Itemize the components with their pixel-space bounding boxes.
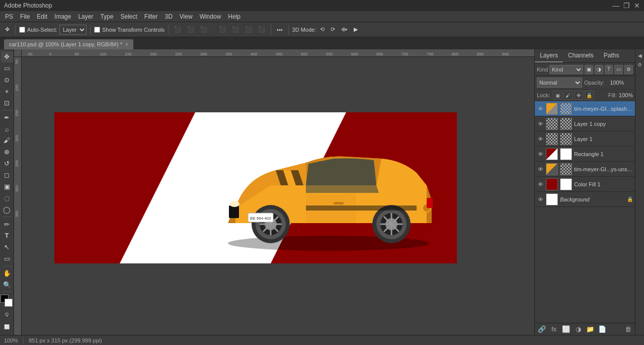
text-tool[interactable]: T xyxy=(1,230,13,241)
lock-transparent-btn[interactable]: ▣ xyxy=(553,91,562,100)
opacity-value[interactable]: 100% xyxy=(606,80,624,86)
menu-item-layer[interactable]: Layer xyxy=(75,12,96,21)
screen-mode-btn[interactable]: ⬜ xyxy=(1,321,13,333)
align-center-h-btn[interactable]: ⬛ xyxy=(185,25,196,34)
layer-visibility-4[interactable]: 👁 xyxy=(537,166,544,173)
layer-filter-shape[interactable]: ▭ xyxy=(614,65,623,74)
menu-item-ps[interactable]: PS xyxy=(2,12,16,21)
layer-filter-type[interactable]: T xyxy=(605,65,613,74)
menu-item-type[interactable]: Type xyxy=(97,12,116,21)
lock-position-btn[interactable]: ✥ xyxy=(574,91,583,100)
side-option-btn[interactable]: ⚙ xyxy=(636,60,644,68)
minimize-btn[interactable]: — xyxy=(612,2,619,10)
tab-paths[interactable]: Paths xyxy=(599,49,624,62)
new-group-btn[interactable]: 📁 xyxy=(585,325,595,334)
selection-tool[interactable]: ▭ xyxy=(1,63,13,74)
more-options-btn[interactable]: ••• xyxy=(275,26,285,34)
link-layers-btn[interactable]: 🔗 xyxy=(537,325,547,334)
layer-filter-pixel[interactable]: ▣ xyxy=(585,65,593,74)
show-transform-checkbox[interactable] xyxy=(94,27,100,33)
layer-visibility-3[interactable]: 👁 xyxy=(537,151,544,158)
layer-fx-btn[interactable]: fx xyxy=(549,325,559,334)
move-tool[interactable]: ✥ xyxy=(1,51,13,62)
clone-tool[interactable]: ⊕ xyxy=(1,147,13,158)
layer-visibility-6[interactable]: 👁 xyxy=(537,196,544,203)
3d-scale-btn[interactable]: ⟴ xyxy=(339,25,350,34)
layer-row[interactable]: 👁 tim-meyer-GI...splash copy xyxy=(535,101,635,116)
close-btn[interactable]: ✕ xyxy=(634,2,640,10)
delete-layer-btn[interactable]: 🗑 xyxy=(623,325,633,334)
eyedropper-tool[interactable]: ✒ xyxy=(1,112,13,123)
menu-item-3d[interactable]: 3D xyxy=(162,12,175,21)
distribute-btn[interactable]: ⬛ xyxy=(256,25,267,34)
layer-mask-btn[interactable]: ⬜ xyxy=(561,325,571,334)
layer-visibility-0[interactable]: 👁 xyxy=(537,105,544,112)
layer-row[interactable]: 👁 Color Fill 1 xyxy=(535,177,635,192)
layer-row[interactable]: 👁 Layer 1 xyxy=(535,131,635,147)
hand-tool[interactable]: ✋ xyxy=(1,267,13,279)
shape-tool[interactable]: ▭ xyxy=(1,253,13,264)
fill-value[interactable]: 100% xyxy=(619,92,633,98)
align-top-btn[interactable]: ⬛ xyxy=(217,25,228,34)
menu-item-view[interactable]: View xyxy=(177,12,196,21)
align-middle-btn[interactable]: ⬛ xyxy=(230,25,241,34)
layer-row[interactable]: 👁 Rectangle 1 xyxy=(535,147,635,162)
path-selection-tool[interactable]: ↖ xyxy=(1,242,13,253)
ruler-tick: 550 xyxy=(326,52,333,56)
new-layer-btn[interactable]: 📄 xyxy=(597,325,607,334)
tab-channels[interactable]: Channels xyxy=(563,49,599,62)
3d-move-btn[interactable]: ⟳ xyxy=(329,25,337,34)
pen-tool[interactable]: ✏ xyxy=(1,219,13,230)
3d-video-btn[interactable]: ▶ xyxy=(352,25,360,34)
align-right-btn[interactable]: ⬛ xyxy=(198,25,209,34)
dodge-tool[interactable]: ◯ xyxy=(1,204,13,215)
lock-image-btn[interactable]: 🖌 xyxy=(564,91,573,100)
auto-select-checkbox[interactable] xyxy=(19,27,25,33)
layer-name-5: Color Fill 1 xyxy=(574,181,633,187)
history-brush-tool[interactable]: ↺ xyxy=(1,158,13,169)
collapse-panel-btn[interactable]: ◀ xyxy=(636,51,644,59)
lock-all-btn[interactable]: 🔒 xyxy=(585,91,594,100)
menu-item-edit[interactable]: Edit xyxy=(34,12,50,21)
layer-select[interactable]: Layer xyxy=(59,25,87,35)
crop-tool[interactable]: ⊡ xyxy=(1,98,13,109)
layer-visibility-2[interactable]: 👁 xyxy=(537,135,544,143)
blend-mode-select[interactable]: Normal xyxy=(537,78,582,88)
layer-filter-smart[interactable]: ⚙ xyxy=(624,65,633,74)
quick-mask-btn[interactable]: Q xyxy=(1,308,13,320)
layer-visibility-1[interactable]: 👁 xyxy=(537,120,544,127)
menu-item-help[interactable]: Help xyxy=(225,12,244,21)
background-color[interactable] xyxy=(5,299,13,307)
eraser-tool[interactable]: ◻ xyxy=(1,170,13,181)
lasso-tool[interactable]: ⊙ xyxy=(1,75,13,86)
3d-rotate-btn[interactable]: ⟲ xyxy=(318,25,327,34)
menu-item-window[interactable]: Window xyxy=(197,12,224,21)
maximize-btn[interactable]: ❐ xyxy=(623,2,630,10)
menu-item-image[interactable]: Image xyxy=(51,12,74,21)
tab-layers[interactable]: Layers xyxy=(535,49,563,62)
move-tool-option[interactable]: ✥ xyxy=(3,25,12,34)
zoom-tool[interactable]: 🔍 xyxy=(1,279,13,290)
align-bottom-btn[interactable]: ⬛ xyxy=(243,25,254,34)
adjustment-layer-btn[interactable]: ◑ xyxy=(573,325,583,334)
color-swatches[interactable] xyxy=(1,295,14,307)
kind-select[interactable]: Kind xyxy=(549,65,583,74)
gradient-tool[interactable]: ▣ xyxy=(1,181,13,192)
statusbar: 100% 851 px x 315 px (299.999 ppi) xyxy=(0,335,644,345)
layer-row[interactable]: 👁 Layer 1 copy xyxy=(535,116,635,131)
menu-item-filter[interactable]: Filter xyxy=(141,12,161,21)
layer-filter-adj[interactable]: ◑ xyxy=(595,65,603,74)
canvas-area[interactable]: -50 0 50 100 150 200 250 300 350 400 450… xyxy=(14,49,534,335)
quick-select-tool[interactable]: ⌖ xyxy=(1,86,13,97)
brush-tool[interactable]: 🖌 xyxy=(1,135,13,146)
menu-item-select[interactable]: Select xyxy=(117,12,140,21)
healing-tool[interactable]: ⌕ xyxy=(1,123,13,134)
layer-visibility-5[interactable]: 👁 xyxy=(537,181,544,188)
document-tab[interactable]: car110.psd @ 100% (Layer 1 copy, RGB/8#)… xyxy=(4,39,133,49)
align-left-btn[interactable]: ⬛ xyxy=(172,25,183,34)
tab-close-btn[interactable]: × xyxy=(125,42,128,47)
blur-tool[interactable]: ◌ xyxy=(1,192,13,203)
menu-item-file[interactable]: File xyxy=(17,12,33,21)
layer-row[interactable]: 👁 tim-meyer-GI...ys-unsplash xyxy=(535,162,635,177)
layer-row[interactable]: 👁 Background 🔒 xyxy=(535,192,635,207)
